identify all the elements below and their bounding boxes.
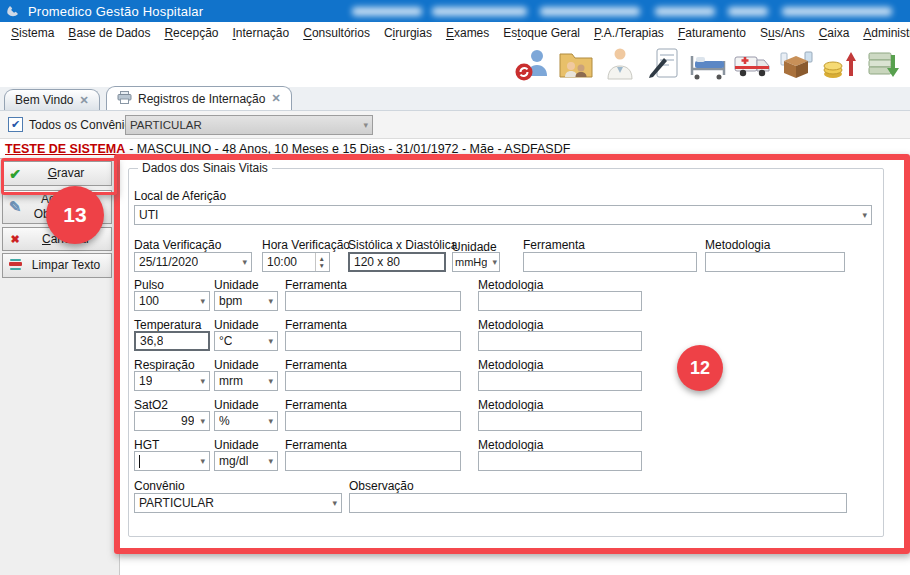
hgt-value-combo[interactable]: ▾ (134, 451, 210, 471)
clear-lines-icon (3, 257, 27, 274)
temperatura-label: Temperatura (134, 318, 201, 332)
patient-details: - MASCULINO - 48 Anos, 10 Meses e 15 Dia… (129, 142, 570, 156)
respiracao-value-combo[interactable]: 19▾ (134, 371, 210, 391)
temperatura-unidade-combo[interactable]: °C▾ (214, 331, 278, 351)
app-window: Promedico Gestão Hospitalar SistemaBase … (0, 0, 910, 575)
convenio-filter-combo[interactable]: PARTICULAR ▾ (125, 115, 373, 135)
menu-bar: SistemaBase de DadosRecepçãoInternaçãoCo… (0, 22, 910, 44)
pressao-unidade-combo[interactable]: mmHg ▾ (452, 252, 500, 272)
chevron-down-icon: ▾ (197, 296, 205, 306)
menu-item-recepcao[interactable]: Recepção (157, 22, 225, 44)
toolbar-ambulance-button[interactable] (730, 46, 774, 86)
menu-item-sistema[interactable]: Sistema (4, 22, 61, 44)
hgt-unidade-combo[interactable]: mg/dl▾ (214, 451, 278, 471)
temperatura-ferramenta-input[interactable] (285, 331, 461, 351)
respiracao-metodologia-input[interactable] (478, 371, 642, 391)
menu-item-cirurgias[interactable]: Cirurgias (377, 22, 439, 44)
respiracao-unidade-combo[interactable]: mrm▾ (214, 371, 278, 391)
temperatura-metodologia-input[interactable] (478, 331, 642, 351)
toolbar-cash-down-button[interactable] (862, 46, 906, 86)
gravar-button[interactable]: ✔Gravar (2, 161, 112, 186)
pressao-metodologia-label: Metodologia (705, 238, 770, 252)
convenio-value: PARTICULAR (139, 496, 214, 510)
toolbar-patients-folder-button[interactable] (554, 46, 598, 86)
menu-item-administracao[interactable]: Administração (856, 22, 910, 44)
menu-item-caixa[interactable]: Caixa (812, 22, 857, 44)
pressao-metodologia-input[interactable] (705, 252, 845, 272)
respiracao-ferramenta-input[interactable] (285, 371, 461, 391)
hgt-ferramenta-label: Ferramenta (285, 438, 347, 452)
chevron-down-icon: ▾ (859, 210, 867, 220)
local-afericao-combo[interactable]: UTI ▾ (134, 205, 872, 225)
menu-item-faturamento[interactable]: Faturamento (671, 22, 753, 44)
groupbox-title: Dados dos Sinais Vitais (138, 161, 272, 175)
redacted-text (352, 7, 422, 16)
respiracao-unidade-combo-text: mrm (219, 374, 243, 388)
pulso-value-combo[interactable]: 100▾ (134, 291, 210, 311)
toolbar (0, 44, 910, 87)
tab-strip: Bem Vindo ✕ Registros de Internação ✕ (0, 87, 910, 111)
hora-verificacao-spinner[interactable]: 10:00 ▲▼ (262, 252, 330, 272)
local-afericao-value: UTI (139, 208, 158, 222)
pencil-icon: ✎ (3, 198, 27, 216)
toolbar-hospital-bed-button[interactable] (686, 46, 730, 86)
chevron-down-icon: ▾ (197, 416, 205, 426)
observacao-label: Observação (349, 479, 414, 493)
check-icon: ✔ (3, 166, 27, 182)
sato2-unidade-combo[interactable]: %▾ (214, 411, 278, 431)
app-logo-icon (6, 4, 20, 18)
todos-convenios-checkbox[interactable]: ✔ (8, 117, 23, 132)
checkmark-icon: ✔ (11, 119, 20, 130)
temperatura-value-input-text: 36,8 (140, 334, 163, 348)
sato2-value-combo[interactable]: 99▾ (134, 411, 210, 431)
convenio-combo[interactable]: PARTICULAR ▾ (134, 493, 342, 513)
toolbar-doctor-button[interactable] (598, 46, 642, 86)
chevron-down-icon: ▾ (265, 336, 273, 346)
toolbar-stock-box-button[interactable] (774, 46, 818, 86)
toolbar-billing-up-button[interactable] (818, 46, 862, 86)
tab-bem-vindo[interactable]: Bem Vindo ✕ (4, 89, 100, 110)
toolbar-prescription-button[interactable] (642, 46, 686, 86)
toolbar-sync-user-button[interactable] (510, 46, 554, 86)
pressao-ferramenta-input[interactable] (523, 252, 697, 272)
respiracao-unidade-label: Unidade (214, 358, 259, 372)
tab-close-icon[interactable]: ✕ (79, 95, 88, 106)
limpar-texto-label: Limpar Texto (27, 258, 111, 273)
temperatura-unidade-combo-text: °C (219, 334, 232, 348)
menu-item-exames[interactable]: Exames (439, 22, 496, 44)
hgt-ferramenta-input[interactable] (285, 451, 461, 471)
hgt-unidade-label: Unidade (214, 438, 259, 452)
data-verificacao-combo[interactable]: 25/11/2020 ▾ (134, 252, 252, 272)
pulso-unidade-combo[interactable]: bpm▾ (214, 291, 278, 311)
menu-item-internacao[interactable]: Internação (225, 22, 296, 44)
pulso-unidade-label: Unidade (214, 278, 259, 292)
prescription-icon (644, 45, 684, 86)
patient-bar: TESTE DE SISTEMA - MASCULINO - 48 Anos, … (0, 139, 910, 159)
sato2-ferramenta-input[interactable] (285, 411, 461, 431)
doctor-icon (600, 45, 640, 86)
data-verificacao-value: 25/11/2020 (139, 255, 198, 269)
pressao-value: 120 x 80 (354, 255, 400, 269)
tab-registros-internacao[interactable]: Registros de Internação ✕ (106, 86, 292, 110)
pulso-ferramenta-input[interactable] (285, 291, 461, 311)
menu-item-sus-ans[interactable]: Sus/Ans (753, 22, 812, 44)
menu-item-consultorios[interactable]: Consultórios (296, 22, 377, 44)
tab-close-icon[interactable]: ✕ (271, 93, 280, 104)
observacao-input[interactable] (349, 493, 847, 513)
pulso-metodologia-input[interactable] (478, 291, 642, 311)
pulso-metodologia-label: Metodologia (478, 278, 543, 292)
temperatura-value-input[interactable]: 36,8 (134, 331, 210, 351)
pressao-input[interactable]: 120 x 80 (348, 252, 446, 272)
hgt-metodologia-input[interactable] (478, 451, 642, 471)
redacted-text (540, 7, 640, 16)
hgt-label: HGT (134, 438, 159, 452)
menu-item-estoque-geral[interactable]: Estoque Geral (496, 22, 587, 44)
limpar-texto-button[interactable]: Limpar Texto (2, 253, 112, 278)
menu-item-pa-terapias[interactable]: P.A./Terapias (587, 22, 671, 44)
cancel-icon: ✖ (3, 233, 27, 246)
redacted-text (655, 7, 715, 16)
menu-item-base-de-dados[interactable]: Base de Dados (61, 22, 157, 44)
pulso-label: Pulso (134, 278, 164, 292)
sato2-metodologia-input[interactable] (478, 411, 642, 431)
spinner-arrows-icon[interactable]: ▲▼ (315, 253, 325, 271)
